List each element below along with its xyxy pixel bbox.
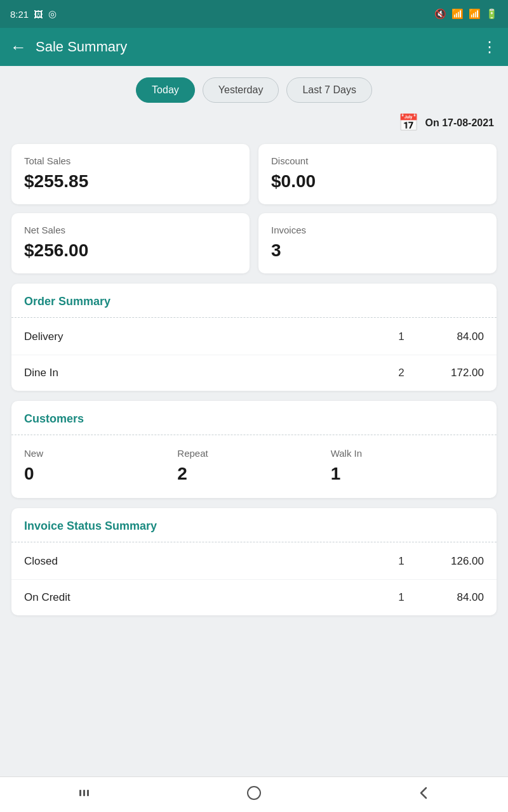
new-customers-label: New — [24, 448, 177, 459]
new-customers: New 0 — [24, 448, 177, 484]
delivery-label: Delivery — [24, 331, 382, 343]
page-title: Sale Summary — [36, 39, 482, 55]
repeat-customers-value: 2 — [177, 464, 330, 484]
invoices-card: Invoices 3 — [258, 213, 497, 273]
customers-row: New 0 Repeat 2 Walk In 1 — [11, 436, 497, 498]
back-nav-icon[interactable] — [416, 785, 431, 804]
signal-icon: 📶 — [469, 8, 481, 20]
total-sales-label: Total Sales — [24, 155, 237, 166]
filter-last7days-button[interactable]: Last 7 Days — [286, 77, 371, 103]
customers-title: Customers — [11, 401, 497, 435]
photo-icon: 🖼 — [34, 9, 43, 20]
new-customers-value: 0 — [24, 464, 177, 484]
date-prefix: On — [425, 117, 439, 128]
on-credit-count: 1 — [382, 591, 420, 604]
svg-rect-2 — [87, 790, 89, 796]
status-time: 8:21 — [10, 9, 29, 20]
total-sales-value: $255.85 — [24, 171, 237, 192]
invoices-label: Invoices — [271, 225, 484, 235]
table-row: Dine In 2 172.00 — [11, 355, 497, 391]
delivery-count: 1 — [382, 331, 420, 343]
menu-icon[interactable] — [77, 785, 92, 804]
closed-amount: 126.00 — [420, 555, 484, 568]
date-display: 📅 On 17-08-2021 — [11, 113, 497, 133]
invoice-status-divider — [11, 542, 497, 542]
discount-label: Discount — [271, 155, 484, 166]
filter-today-button[interactable]: Today — [136, 77, 195, 103]
order-summary-card: Order Summary Delivery 1 84.00 Dine In 2… — [11, 284, 497, 391]
home-icon[interactable] — [245, 784, 263, 806]
repeat-customers-label: Repeat — [177, 448, 330, 459]
table-row: On Credit 1 84.00 — [11, 580, 497, 615]
table-row: Delivery 1 84.00 — [11, 319, 497, 355]
invoices-value: 3 — [271, 240, 484, 261]
invoice-status-card: Invoice Status Summary Closed 1 126.00 O… — [11, 508, 497, 615]
summary-cards: Total Sales $255.85 Discount $0.00 Net S… — [11, 144, 497, 273]
closed-count: 1 — [382, 555, 420, 568]
walkin-customers-label: Walk In — [331, 448, 484, 459]
mute-icon: 🔇 — [434, 8, 446, 20]
on-credit-label: On Credit — [24, 591, 382, 604]
wifi-icon: 📶 — [451, 8, 464, 20]
status-bar-left: 8:21 🖼 ◎ — [10, 8, 57, 20]
delivery-amount: 84.00 — [420, 331, 484, 343]
discount-value: $0.00 — [271, 171, 484, 192]
bottom-nav — [0, 776, 508, 812]
invoice-status-title: Invoice Status Summary — [11, 508, 497, 542]
filter-yesterday-button[interactable]: Yesterday — [203, 77, 279, 103]
table-row: Closed 1 126.00 — [11, 544, 497, 580]
location-icon: ◎ — [48, 8, 57, 20]
svg-rect-1 — [83, 790, 85, 796]
main-content: Today Yesterday Last 7 Days 📅 On 17-08-2… — [0, 66, 508, 776]
net-sales-label: Net Sales — [24, 225, 237, 235]
discount-card: Discount $0.00 — [258, 144, 497, 204]
dine-in-label: Dine In — [24, 367, 382, 379]
status-bar: 8:21 🖼 ◎ 🔇 📶 📶 🔋 — [0, 0, 508, 28]
net-sales-value: $256.00 — [24, 240, 237, 261]
customers-card: Customers New 0 Repeat 2 Walk In 1 — [11, 401, 497, 498]
customers-divider — [11, 435, 497, 435]
top-app-bar: ← Sale Summary ⋮ — [0, 28, 508, 66]
total-sales-card: Total Sales $255.85 — [11, 144, 250, 204]
battery-icon: 🔋 — [486, 8, 498, 20]
date-text: On 17-08-2021 — [425, 117, 494, 129]
dine-in-count: 2 — [382, 367, 420, 379]
calendar-icon[interactable]: 📅 — [398, 113, 418, 133]
back-button[interactable]: ← — [10, 37, 27, 57]
order-summary-divider — [11, 317, 497, 318]
period-filter: Today Yesterday Last 7 Days — [11, 77, 497, 103]
repeat-customers: Repeat 2 — [177, 448, 330, 484]
net-sales-card: Net Sales $256.00 — [11, 213, 250, 273]
dine-in-amount: 172.00 — [420, 367, 484, 379]
more-options-button[interactable]: ⋮ — [482, 38, 498, 56]
walkin-customers: Walk In 1 — [331, 448, 484, 484]
closed-label: Closed — [24, 555, 382, 568]
status-bar-right: 🔇 📶 📶 🔋 — [434, 8, 498, 20]
date-value: 17-08-2021 — [442, 117, 494, 128]
svg-rect-0 — [79, 790, 81, 796]
on-credit-amount: 84.00 — [420, 591, 484, 604]
svg-rect-3 — [248, 787, 260, 799]
walkin-customers-value: 1 — [331, 464, 484, 484]
order-summary-title: Order Summary — [11, 284, 497, 317]
